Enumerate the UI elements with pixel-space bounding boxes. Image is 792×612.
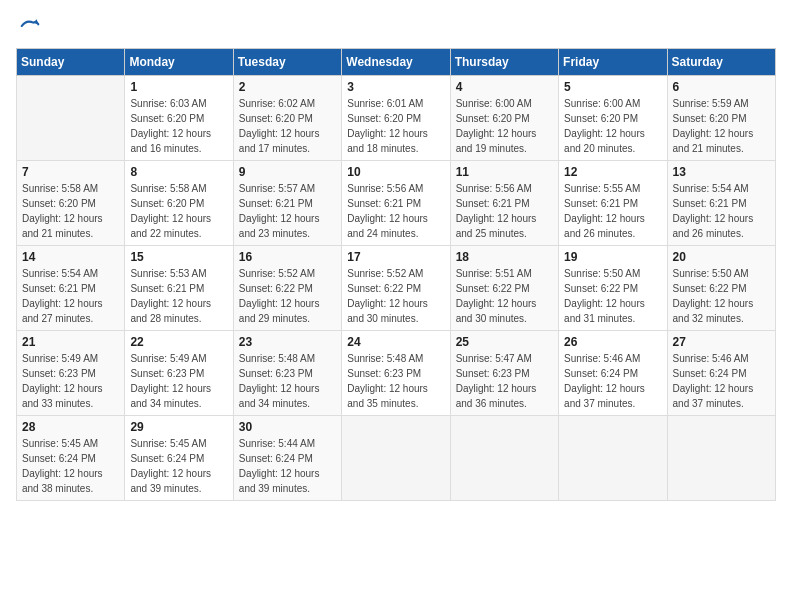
calendar-header-cell: Saturday [667, 49, 775, 76]
day-number: 19 [564, 250, 661, 264]
calendar-header-cell: Tuesday [233, 49, 341, 76]
day-number: 28 [22, 420, 119, 434]
calendar-day-cell: 2Sunrise: 6:02 AMSunset: 6:20 PMDaylight… [233, 76, 341, 161]
calendar-day-cell: 14Sunrise: 5:54 AMSunset: 6:21 PMDayligh… [17, 246, 125, 331]
day-number: 18 [456, 250, 553, 264]
calendar-day-cell: 4Sunrise: 6:00 AMSunset: 6:20 PMDaylight… [450, 76, 558, 161]
calendar-body: 1Sunrise: 6:03 AMSunset: 6:20 PMDaylight… [17, 76, 776, 501]
day-info: Sunrise: 5:52 AMSunset: 6:22 PMDaylight:… [239, 266, 336, 326]
calendar-day-cell [667, 416, 775, 501]
day-info: Sunrise: 5:53 AMSunset: 6:21 PMDaylight:… [130, 266, 227, 326]
day-info: Sunrise: 5:49 AMSunset: 6:23 PMDaylight:… [130, 351, 227, 411]
calendar-week-row: 7Sunrise: 5:58 AMSunset: 6:20 PMDaylight… [17, 161, 776, 246]
day-info: Sunrise: 6:02 AMSunset: 6:20 PMDaylight:… [239, 96, 336, 156]
calendar-day-cell: 23Sunrise: 5:48 AMSunset: 6:23 PMDayligh… [233, 331, 341, 416]
calendar-day-cell: 17Sunrise: 5:52 AMSunset: 6:22 PMDayligh… [342, 246, 450, 331]
calendar-day-cell: 13Sunrise: 5:54 AMSunset: 6:21 PMDayligh… [667, 161, 775, 246]
calendar-table: SundayMondayTuesdayWednesdayThursdayFrid… [16, 48, 776, 501]
calendar-header-row: SundayMondayTuesdayWednesdayThursdayFrid… [17, 49, 776, 76]
calendar-day-cell: 5Sunrise: 6:00 AMSunset: 6:20 PMDaylight… [559, 76, 667, 161]
calendar-day-cell: 8Sunrise: 5:58 AMSunset: 6:20 PMDaylight… [125, 161, 233, 246]
day-info: Sunrise: 5:45 AMSunset: 6:24 PMDaylight:… [130, 436, 227, 496]
day-info: Sunrise: 6:03 AMSunset: 6:20 PMDaylight:… [130, 96, 227, 156]
calendar-day-cell: 24Sunrise: 5:48 AMSunset: 6:23 PMDayligh… [342, 331, 450, 416]
day-number: 30 [239, 420, 336, 434]
calendar-header-cell: Sunday [17, 49, 125, 76]
day-info: Sunrise: 6:00 AMSunset: 6:20 PMDaylight:… [564, 96, 661, 156]
calendar-day-cell: 26Sunrise: 5:46 AMSunset: 6:24 PMDayligh… [559, 331, 667, 416]
day-number: 5 [564, 80, 661, 94]
calendar-day-cell: 12Sunrise: 5:55 AMSunset: 6:21 PMDayligh… [559, 161, 667, 246]
day-info: Sunrise: 6:00 AMSunset: 6:20 PMDaylight:… [456, 96, 553, 156]
day-info: Sunrise: 6:01 AMSunset: 6:20 PMDaylight:… [347, 96, 444, 156]
calendar-day-cell: 25Sunrise: 5:47 AMSunset: 6:23 PMDayligh… [450, 331, 558, 416]
day-info: Sunrise: 5:46 AMSunset: 6:24 PMDaylight:… [564, 351, 661, 411]
day-number: 7 [22, 165, 119, 179]
calendar-day-cell: 19Sunrise: 5:50 AMSunset: 6:22 PMDayligh… [559, 246, 667, 331]
day-number: 21 [22, 335, 119, 349]
calendar-day-cell: 11Sunrise: 5:56 AMSunset: 6:21 PMDayligh… [450, 161, 558, 246]
day-info: Sunrise: 5:58 AMSunset: 6:20 PMDaylight:… [22, 181, 119, 241]
calendar-day-cell: 30Sunrise: 5:44 AMSunset: 6:24 PMDayligh… [233, 416, 341, 501]
day-info: Sunrise: 5:57 AMSunset: 6:21 PMDaylight:… [239, 181, 336, 241]
day-number: 11 [456, 165, 553, 179]
calendar-day-cell [559, 416, 667, 501]
calendar-day-cell: 29Sunrise: 5:45 AMSunset: 6:24 PMDayligh… [125, 416, 233, 501]
day-number: 22 [130, 335, 227, 349]
day-info: Sunrise: 5:48 AMSunset: 6:23 PMDaylight:… [239, 351, 336, 411]
day-info: Sunrise: 5:49 AMSunset: 6:23 PMDaylight:… [22, 351, 119, 411]
day-number: 6 [673, 80, 770, 94]
calendar-day-cell: 9Sunrise: 5:57 AMSunset: 6:21 PMDaylight… [233, 161, 341, 246]
day-info: Sunrise: 5:58 AMSunset: 6:20 PMDaylight:… [130, 181, 227, 241]
day-number: 25 [456, 335, 553, 349]
calendar-day-cell: 27Sunrise: 5:46 AMSunset: 6:24 PMDayligh… [667, 331, 775, 416]
day-number: 4 [456, 80, 553, 94]
day-info: Sunrise: 5:54 AMSunset: 6:21 PMDaylight:… [673, 181, 770, 241]
day-info: Sunrise: 5:50 AMSunset: 6:22 PMDaylight:… [673, 266, 770, 326]
day-number: 2 [239, 80, 336, 94]
day-number: 12 [564, 165, 661, 179]
day-number: 16 [239, 250, 336, 264]
day-number: 27 [673, 335, 770, 349]
logo-icon [20, 16, 40, 36]
day-number: 9 [239, 165, 336, 179]
calendar-header-cell: Wednesday [342, 49, 450, 76]
day-info: Sunrise: 5:54 AMSunset: 6:21 PMDaylight:… [22, 266, 119, 326]
calendar-day-cell: 18Sunrise: 5:51 AMSunset: 6:22 PMDayligh… [450, 246, 558, 331]
day-info: Sunrise: 5:47 AMSunset: 6:23 PMDaylight:… [456, 351, 553, 411]
day-number: 8 [130, 165, 227, 179]
calendar-day-cell: 28Sunrise: 5:45 AMSunset: 6:24 PMDayligh… [17, 416, 125, 501]
logo [16, 16, 40, 36]
day-info: Sunrise: 5:55 AMSunset: 6:21 PMDaylight:… [564, 181, 661, 241]
day-number: 24 [347, 335, 444, 349]
day-info: Sunrise: 5:45 AMSunset: 6:24 PMDaylight:… [22, 436, 119, 496]
calendar-day-cell [342, 416, 450, 501]
calendar-week-row: 14Sunrise: 5:54 AMSunset: 6:21 PMDayligh… [17, 246, 776, 331]
day-number: 26 [564, 335, 661, 349]
page-header [16, 16, 776, 36]
calendar-day-cell: 21Sunrise: 5:49 AMSunset: 6:23 PMDayligh… [17, 331, 125, 416]
day-number: 1 [130, 80, 227, 94]
day-number: 15 [130, 250, 227, 264]
calendar-day-cell: 15Sunrise: 5:53 AMSunset: 6:21 PMDayligh… [125, 246, 233, 331]
calendar-day-cell: 7Sunrise: 5:58 AMSunset: 6:20 PMDaylight… [17, 161, 125, 246]
calendar-week-row: 28Sunrise: 5:45 AMSunset: 6:24 PMDayligh… [17, 416, 776, 501]
day-number: 23 [239, 335, 336, 349]
calendar-day-cell [17, 76, 125, 161]
day-info: Sunrise: 5:52 AMSunset: 6:22 PMDaylight:… [347, 266, 444, 326]
day-info: Sunrise: 5:48 AMSunset: 6:23 PMDaylight:… [347, 351, 444, 411]
calendar-header-cell: Friday [559, 49, 667, 76]
day-info: Sunrise: 5:59 AMSunset: 6:20 PMDaylight:… [673, 96, 770, 156]
calendar-header-cell: Monday [125, 49, 233, 76]
calendar-week-row: 21Sunrise: 5:49 AMSunset: 6:23 PMDayligh… [17, 331, 776, 416]
calendar-day-cell: 6Sunrise: 5:59 AMSunset: 6:20 PMDaylight… [667, 76, 775, 161]
calendar-week-row: 1Sunrise: 6:03 AMSunset: 6:20 PMDaylight… [17, 76, 776, 161]
day-info: Sunrise: 5:50 AMSunset: 6:22 PMDaylight:… [564, 266, 661, 326]
calendar-day-cell: 1Sunrise: 6:03 AMSunset: 6:20 PMDaylight… [125, 76, 233, 161]
calendar-header-cell: Thursday [450, 49, 558, 76]
calendar-day-cell: 20Sunrise: 5:50 AMSunset: 6:22 PMDayligh… [667, 246, 775, 331]
calendar-day-cell: 10Sunrise: 5:56 AMSunset: 6:21 PMDayligh… [342, 161, 450, 246]
calendar-day-cell [450, 416, 558, 501]
day-number: 14 [22, 250, 119, 264]
calendar-day-cell: 22Sunrise: 5:49 AMSunset: 6:23 PMDayligh… [125, 331, 233, 416]
